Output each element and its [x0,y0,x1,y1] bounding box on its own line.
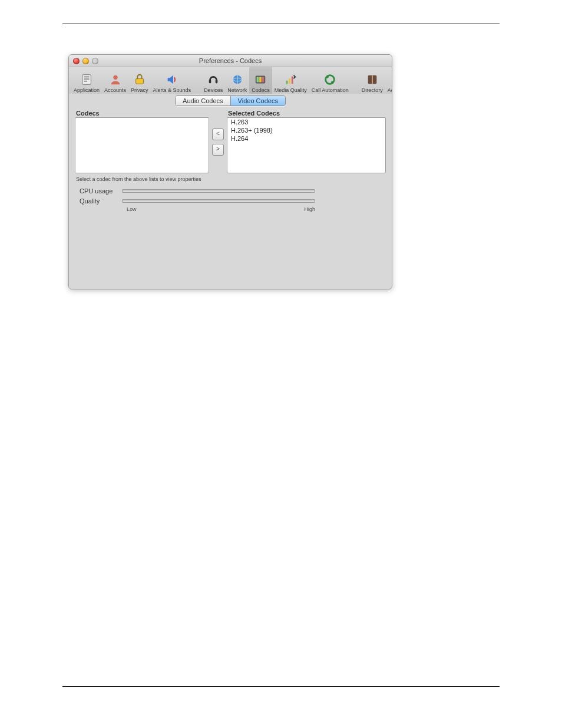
available-codecs-header: Codecs [76,110,209,117]
toolbar-label: Media Quality [275,87,307,93]
toolbar-item-alerts[interactable]: Alerts & Sounds [151,66,194,94]
toolbar-label: Network [227,87,247,93]
range-high-label: High [304,206,315,212]
svg-rect-13 [262,77,265,82]
toolbar-item-directory[interactable]: Directory [359,66,385,94]
toolbar-label: Alerts & Sounds [153,87,191,93]
svg-rect-16 [292,77,293,84]
toolbar-item-accounts[interactable]: Accounts [102,66,128,94]
toolbar-item-call-automation[interactable]: Call Automation [309,66,351,94]
quality-slider[interactable] [122,199,315,203]
list-item[interactable]: H.263+ (1998) [227,126,385,134]
toolbar-label: Accounts [104,87,126,93]
call-automation-icon [323,73,336,86]
network-icon [231,73,244,86]
zoom-icon[interactable] [92,58,98,64]
svg-rect-7 [216,80,218,83]
toolbar-item-codecs[interactable]: Codecs [249,66,272,94]
svg-rect-15 [289,78,290,84]
codec-tabs: Audio Codecs Video Codecs [175,95,286,106]
svg-rect-14 [286,81,288,84]
toolbar-item-devices[interactable]: Devices [201,66,225,94]
svg-point-4 [113,75,117,80]
toolbar-label: Call Automation [312,87,349,93]
preferences-body: Audio Codecs Video Codecs Codecs < > Sel… [69,94,392,289]
toolbar-label: Codecs [252,87,270,93]
move-right-button[interactable]: > [212,144,224,156]
directory-icon [366,73,379,86]
cpu-usage-label: CPU usage [80,187,122,195]
devices-icon [207,73,220,86]
toolbar-item-privacy[interactable]: Privacy [128,66,151,94]
properties-hint: Select a codec from the above lists to v… [76,176,386,182]
accounts-icon [109,73,122,86]
tab-audio-codecs[interactable]: Audio Codecs [176,96,231,106]
window-title: Preferences - Codecs [69,57,392,64]
available-codecs-list[interactable] [75,117,209,173]
list-item[interactable]: H.263 [227,118,385,126]
svg-rect-12 [260,77,262,82]
window-controls [73,58,98,64]
selected-codecs-list[interactable]: H.263H.263+ (1998)H.264 [227,117,386,173]
svg-rect-1 [84,77,89,78]
toolbar-label: Application [74,87,100,93]
selected-codecs-header: Selected Codecs [228,110,386,117]
svg-rect-11 [257,77,259,82]
toolbar-item-network[interactable]: Network [225,66,249,94]
toolbar-label: Advanced [388,87,392,93]
svg-rect-3 [84,81,87,82]
svg-rect-5 [135,78,143,84]
toolbar-label: Devices [204,87,223,93]
quality-label: Quality [80,197,122,205]
minimize-icon[interactable] [82,58,89,64]
preferences-toolbar: Application Accounts Privacy Alerts & So… [69,67,392,95]
toolbar-item-advanced[interactable]: Advanced [385,66,392,94]
list-item[interactable]: H.264 [227,134,385,143]
close-icon[interactable] [73,58,80,64]
toolbar-item-media-quality[interactable]: Media Quality [272,66,309,94]
titlebar: Preferences - Codecs [69,55,392,67]
toolbar-label: Privacy [131,87,148,93]
toolbar-label: Directory [362,87,383,93]
codecs-icon [254,73,267,86]
svg-rect-6 [209,80,211,83]
page-rule-top [62,24,500,24]
svg-rect-2 [84,78,89,80]
svg-rect-19 [372,75,373,84]
cpu-usage-slider[interactable] [122,189,315,193]
privacy-icon [133,73,146,86]
page-rule-bottom [62,686,500,687]
tab-video-codecs[interactable]: Video Codecs [231,96,285,106]
svg-point-17 [326,75,335,84]
range-low-label: Low [127,206,137,212]
toolbar-item-application[interactable]: Application [71,66,102,94]
media-quality-icon [284,73,297,86]
move-left-button[interactable]: < [212,129,224,140]
preferences-window: Preferences - Codecs Application Account… [68,54,392,289]
application-icon [80,73,93,86]
alerts-icon [166,73,178,86]
